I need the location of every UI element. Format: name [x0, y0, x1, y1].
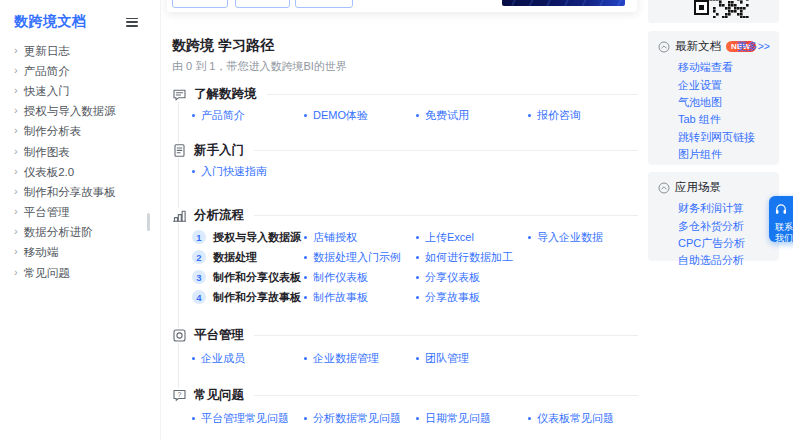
- sidebar-item[interactable]: ›授权与导入数据源: [0, 102, 160, 122]
- bullet-icon: [304, 417, 307, 420]
- section-divider: [254, 150, 638, 151]
- aside-doc-link[interactable]: 自助选品分析: [678, 252, 779, 269]
- doc-link-label: 团队管理: [425, 351, 469, 366]
- section-1: 了解数跨境产品简介DEMO体验免费试用报价咨询: [172, 86, 638, 122]
- doc-link[interactable]: 平台管理常见问题: [192, 411, 304, 425]
- doc-link-label: 企业数据管理: [313, 351, 379, 366]
- page-title: 数跨境 学习路径: [172, 36, 638, 54]
- doc-link[interactable]: 分享故事板: [416, 290, 528, 304]
- step-number-badge: 1: [192, 230, 206, 244]
- collapse-chevron-icon[interactable]: [658, 41, 670, 53]
- sidebar-item[interactable]: ›制作和分享故事板: [0, 182, 160, 202]
- menu-icon[interactable]: [126, 18, 138, 27]
- chevron-right-icon: ›: [14, 166, 18, 177]
- qr-code-image: [694, 0, 752, 18]
- doc-link[interactable]: 上传Excel: [416, 230, 528, 244]
- aside-doc-link[interactable]: 图片组件: [678, 146, 779, 163]
- bullet-icon: [304, 357, 307, 360]
- section-title: 了解数跨境: [194, 86, 257, 103]
- scenarios-title: 应用场景: [675, 180, 721, 195]
- step-title: 数据处理: [213, 250, 257, 265]
- bullet-icon: [304, 236, 307, 239]
- step-title: 制作和分享仪表板: [213, 270, 301, 285]
- chevron-right-icon: ›: [14, 226, 18, 237]
- doc-link[interactable]: 制作仪表板: [304, 270, 416, 284]
- sidebar-item[interactable]: ›制作分析表: [0, 122, 160, 142]
- sidebar-item-label: 更新日志: [24, 44, 70, 59]
- learning-path: 数跨境 学习路径 由 0 到 1，带您进入数跨境BI的世界 了解数跨境产品简介D…: [172, 0, 638, 425]
- doc-link[interactable]: 日期常见问题: [416, 411, 528, 425]
- chat-bubble-icon: [172, 87, 187, 102]
- sidebar-item[interactable]: ›移动端: [0, 243, 160, 263]
- chevron-right-icon: ›: [14, 246, 18, 257]
- sidebar-item-label: 数据分析进阶: [24, 225, 93, 240]
- aside-doc-link[interactable]: CPC广告分析: [678, 235, 779, 252]
- contact-us-button[interactable]: 联系 我们: [769, 196, 793, 242]
- aside-doc-link[interactable]: 移动端查看: [678, 59, 779, 76]
- section-title: 新手入门: [194, 142, 244, 159]
- section-links: 平台管理常见问题分析数据常见问题日期常见问题仪表板常见问题: [192, 411, 638, 425]
- step-row: 3制作和分享仪表板制作仪表板分享仪表板: [192, 267, 638, 287]
- doc-link[interactable]: 报价咨询: [528, 108, 638, 122]
- sidebar-item[interactable]: ›数据分析进阶: [0, 223, 160, 243]
- chevron-right-icon: ›: [14, 206, 18, 217]
- aside-doc-link[interactable]: Tab 组件: [678, 111, 779, 128]
- doc-link[interactable]: 企业数据管理: [304, 351, 416, 365]
- aside-doc-link[interactable]: 气泡地图: [678, 94, 779, 111]
- aside-doc-link[interactable]: 多仓补货分析: [678, 217, 779, 234]
- sidebar-scrollbar[interactable]: [147, 213, 150, 231]
- bullet-icon: [528, 114, 531, 117]
- sidebar-item[interactable]: ›平台管理: [0, 203, 160, 223]
- sidebar-header: 数跨境文档: [0, 0, 160, 31]
- doc-link[interactable]: 制作故事板: [304, 290, 416, 304]
- qr-code-card: [648, 0, 779, 23]
- sidebar-item-label: 快速入门: [24, 84, 70, 99]
- aside-doc-link[interactable]: 企业设置: [678, 76, 779, 93]
- doc-link[interactable]: 分享仪表板: [416, 270, 528, 284]
- doc-link[interactable]: 导入企业数据: [528, 230, 638, 244]
- sidebar-item-label: 仪表板2.0: [24, 165, 75, 180]
- sidebar-item[interactable]: ›制作图表: [0, 142, 160, 162]
- scenarios-list: 财务利润计算多仓补货分析CPC广告分析自助选品分析: [678, 200, 779, 270]
- section-3: 分析流程1授权与导入数据源店铺授权上传Excel导入企业数据2数据处理数据处理入…: [172, 207, 638, 307]
- scenarios-card: 应用场景 财务利润计算多仓补货分析CPC广告分析自助选品分析: [648, 172, 779, 261]
- chevron-right-icon: ›: [14, 125, 18, 136]
- bullet-icon: [304, 296, 307, 299]
- doc-link[interactable]: DEMO体验: [304, 108, 416, 122]
- svg-text:?: ?: [178, 390, 182, 397]
- aside-doc-link[interactable]: 跳转到网页链接: [678, 129, 779, 146]
- sidebar-item-label: 平台管理: [24, 205, 70, 220]
- doc-link[interactable]: 入门快速指南: [192, 164, 304, 178]
- more-link[interactable]: 更多>>: [737, 40, 770, 54]
- doc-link-label: 日期常见问题: [425, 411, 491, 426]
- sidebar-item[interactable]: ›常见问题: [0, 263, 160, 283]
- doc-link[interactable]: 企业成员: [192, 351, 304, 365]
- section-divider: [254, 335, 638, 336]
- doc-link[interactable]: 店铺授权: [304, 230, 416, 244]
- doc-link-label: 平台管理常见问题: [201, 411, 289, 426]
- platform-icon: [172, 328, 187, 343]
- step-title: 授权与导入数据源: [213, 230, 301, 245]
- doc-link[interactable]: 免费试用: [416, 108, 528, 122]
- chevron-right-icon: ›: [14, 146, 18, 157]
- chevron-right-icon: ›: [14, 267, 18, 278]
- contact-us-label: 联系 我们: [775, 222, 793, 244]
- doc-link-label: 仪表板常见问题: [537, 411, 614, 426]
- doc-link[interactable]: 团队管理: [416, 351, 528, 365]
- bullet-icon: [192, 357, 195, 360]
- bullet-icon: [416, 236, 419, 239]
- step-label: 2数据处理: [192, 250, 304, 265]
- doc-link[interactable]: 产品简介: [192, 108, 304, 122]
- doc-link[interactable]: 如何进行数据加工: [416, 250, 528, 264]
- doc-link[interactable]: 分析数据常见问题: [304, 411, 416, 425]
- doc-link-label: 数据处理入门示例: [313, 250, 401, 265]
- aside-doc-link[interactable]: 财务利润计算: [678, 200, 779, 217]
- doc-link[interactable]: 数据处理入门示例: [304, 250, 416, 264]
- doc-link-label: 上传Excel: [425, 230, 474, 245]
- sidebar-item[interactable]: ›更新日志: [0, 41, 160, 61]
- doc-link[interactable]: 仪表板常见问题: [528, 411, 638, 425]
- sidebar-item[interactable]: ›快速入门: [0, 81, 160, 101]
- collapse-chevron-icon[interactable]: [658, 182, 670, 194]
- sidebar-item[interactable]: ›产品简介: [0, 61, 160, 81]
- sidebar-item[interactable]: ›仪表板2.0: [0, 162, 160, 182]
